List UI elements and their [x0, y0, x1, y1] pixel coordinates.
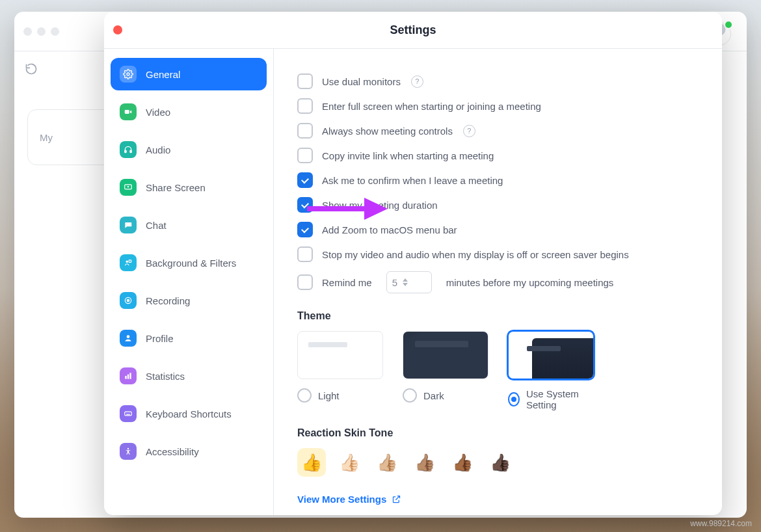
- theme-preview-system: [508, 331, 594, 379]
- option-stop-av-on-sleep[interactable]: Stop my video and audio when my display …: [297, 246, 699, 262]
- main-card-label: My: [40, 132, 53, 143]
- accessibility-icon: [120, 443, 137, 460]
- svg-rect-10: [125, 376, 126, 379]
- remind-minutes-stepper[interactable]: 5: [386, 271, 432, 293]
- sidebar-item-label: Background & Filters: [146, 258, 236, 269]
- chevron-up-icon[interactable]: [403, 278, 408, 282]
- radio[interactable]: [403, 388, 417, 403]
- view-more-settings-link[interactable]: View More Settings: [297, 494, 401, 505]
- sidebar-item-share-screen[interactable]: Share Screen: [111, 171, 267, 204]
- svg-rect-6: [129, 260, 131, 263]
- sidebar-item-audio[interactable]: Audio: [111, 133, 267, 166]
- chat-icon: [120, 217, 137, 233]
- skin-tone-default[interactable]: 👍: [297, 448, 326, 477]
- close-icon[interactable]: [113, 25, 122, 34]
- svg-rect-1: [125, 110, 129, 114]
- settings-content: Use dual monitors ? Enter full screen wh…: [274, 49, 722, 515]
- checkbox[interactable]: [297, 222, 313, 237]
- theme-label: Light: [318, 390, 340, 401]
- help-icon[interactable]: ?: [463, 125, 475, 137]
- keyboard-icon: [120, 405, 137, 422]
- close-dot-disabled[interactable]: [23, 27, 32, 36]
- option-label-left: Remind me: [322, 277, 372, 288]
- checkbox[interactable]: [297, 123, 313, 139]
- sidebar-item-keyboard-shortcuts[interactable]: Keyboard Shortcuts: [111, 397, 267, 430]
- option-confirm-leave[interactable]: Ask me to confirm when I leave a meeting: [297, 172, 699, 188]
- sidebar-item-label: Keyboard Shortcuts: [146, 408, 232, 419]
- svg-point-14: [127, 448, 129, 449]
- radio[interactable]: [508, 392, 520, 406]
- profile-icon: [120, 330, 137, 347]
- option-remind-me[interactable]: Remind me 5 minutes before my upcoming m…: [297, 271, 699, 293]
- sidebar-item-recording[interactable]: Recording: [111, 284, 267, 317]
- checkbox[interactable]: [297, 98, 313, 114]
- checkbox[interactable]: [297, 246, 313, 262]
- skin-tone-title: Reaction Skin Tone: [297, 427, 699, 439]
- sidebar-item-accessibility[interactable]: Accessibility: [111, 435, 267, 468]
- video-icon: [120, 103, 137, 120]
- theme-system[interactable]: Use System Setting: [508, 331, 593, 410]
- svg-rect-11: [127, 375, 129, 379]
- sidebar-item-statistics[interactable]: Statistics: [111, 360, 267, 392]
- option-fullscreen-on-join[interactable]: Enter full screen when starting or joini…: [297, 98, 699, 114]
- theme-light[interactable]: Light: [297, 331, 382, 410]
- svg-point-5: [126, 261, 129, 263]
- theme-preview-light: [297, 331, 383, 379]
- watermark: www.989214.com: [690, 519, 752, 528]
- sidebar-item-label: Statistics: [146, 371, 185, 382]
- radio[interactable]: [297, 388, 312, 403]
- sidebar-item-label: General: [146, 69, 180, 80]
- refresh-icon[interactable]: [25, 62, 38, 75]
- skin-tone-medium-dark[interactable]: 👍🏾: [448, 448, 477, 477]
- option-dual-monitors[interactable]: Use dual monitors ?: [297, 73, 699, 89]
- skin-tone-dark[interactable]: 👍🏿: [486, 448, 514, 477]
- traffic-light-buttons[interactable]: [23, 27, 59, 36]
- chevron-down-icon[interactable]: [403, 283, 408, 286]
- zoom-dot-disabled[interactable]: [51, 27, 59, 36]
- skin-tone-light[interactable]: 👍🏻: [335, 448, 364, 477]
- option-label: Show my meeting duration: [322, 200, 438, 211]
- page-title: Settings: [390, 23, 436, 37]
- skin-tone-medium[interactable]: 👍🏽: [410, 448, 439, 477]
- theme-dark[interactable]: Dark: [403, 331, 487, 410]
- checkbox[interactable]: [297, 172, 313, 188]
- option-label: Ask me to confirm when I leave a meeting: [322, 175, 503, 186]
- theme-title: Theme: [297, 310, 699, 322]
- settings-window: Settings General Video Audio: [104, 12, 722, 515]
- sidebar-item-background-filters[interactable]: Background & Filters: [111, 246, 267, 279]
- option-add-to-menu-bar[interactable]: Add Zoom to macOS menu bar: [297, 222, 699, 237]
- sidebar-item-general[interactable]: General: [111, 58, 267, 90]
- sidebar-item-label: Accessibility: [146, 446, 199, 457]
- record-icon: [120, 292, 137, 309]
- link-label: View More Settings: [297, 494, 386, 505]
- skin-tone-options: 👍 👍🏻 👍🏼 👍🏽 👍🏾 👍🏿: [297, 448, 699, 477]
- checkbox[interactable]: [297, 148, 313, 163]
- help-icon[interactable]: ?: [411, 75, 423, 88]
- option-label: Stop my video and audio when my display …: [322, 249, 629, 260]
- background-icon: [120, 254, 137, 271]
- sidebar-item-chat[interactable]: Chat: [111, 209, 267, 241]
- option-copy-invite-link[interactable]: Copy invite link when starting a meeting: [297, 148, 699, 163]
- option-show-meeting-duration[interactable]: Show my meeting duration: [297, 197, 699, 213]
- svg-point-0: [127, 73, 129, 75]
- svg-rect-13: [125, 412, 132, 416]
- sidebar-item-video[interactable]: Video: [111, 96, 267, 128]
- checkbox[interactable]: [297, 73, 313, 89]
- option-always-show-controls[interactable]: Always show meeting controls ?: [297, 123, 699, 139]
- checkbox[interactable]: [297, 274, 313, 290]
- option-label: Use dual monitors: [322, 76, 401, 87]
- svg-rect-3: [130, 150, 131, 153]
- minimize-dot-disabled[interactable]: [37, 27, 46, 36]
- theme-label: Use System Setting: [526, 388, 593, 410]
- sidebar-item-profile[interactable]: Profile: [111, 322, 267, 354]
- option-label: Always show meeting controls: [322, 126, 453, 137]
- stepper-buttons[interactable]: [403, 278, 408, 286]
- sidebar-item-label: Recording: [146, 295, 190, 306]
- skin-tone-medium-light[interactable]: 👍🏼: [373, 448, 401, 477]
- sidebar-item-label: Chat: [146, 220, 167, 231]
- theme-label: Dark: [423, 390, 444, 401]
- checkbox[interactable]: [297, 197, 313, 213]
- option-label: Add Zoom to macOS menu bar: [322, 224, 457, 235]
- main-toolbar: [25, 62, 38, 78]
- headphones-icon: [120, 141, 137, 158]
